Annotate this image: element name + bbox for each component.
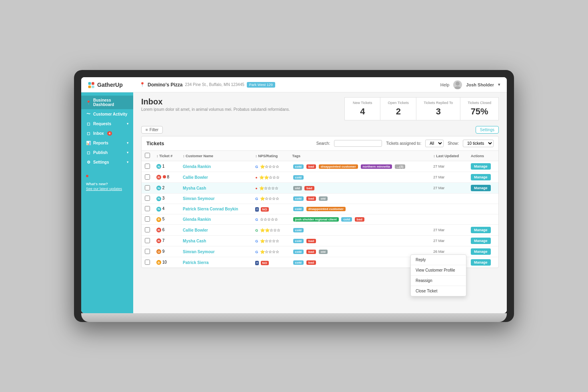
row-checkbox[interactable]	[145, 216, 150, 222]
context-menu-reply[interactable]: Reply	[411, 255, 466, 265]
last-updated: 27 Mar	[430, 183, 468, 194]
row-checkbox[interactable]	[145, 164, 150, 169]
help-link[interactable]: Help	[440, 82, 450, 87]
sidebar-item-publish[interactable]: ◻ Publish ▾	[81, 148, 133, 157]
no-badge: NO	[261, 207, 269, 212]
ticket-num-cell: R 6	[153, 225, 180, 236]
tag: cold	[341, 217, 352, 222]
tag: bad	[306, 196, 316, 201]
whats-new-label: What's new?	[86, 182, 128, 186]
source-badge: R	[156, 175, 161, 180]
stars: ⭐⭐☆☆☆	[260, 228, 280, 232]
source-yelp-red-icon: ●	[255, 186, 257, 190]
select-all-checkbox[interactable]	[145, 153, 150, 158]
row-checkbox[interactable]	[145, 260, 150, 265]
reports-icon: 📊	[86, 140, 91, 145]
location-bar: 📍 Domino's Pizza 234 Pine St., Buffalo, …	[140, 82, 440, 88]
stats-row: New Tickets 4 Open Tickets 2 Tickets Rep…	[344, 97, 499, 120]
last-updated	[430, 214, 468, 225]
dashboard-icon: 📍	[86, 100, 91, 105]
context-menu-view-profile[interactable]: View Customer Profile	[411, 265, 466, 275]
manage-button[interactable]: Manage	[471, 259, 491, 266]
row-checkbox[interactable]	[145, 227, 150, 232]
ticket-num-cell: O 9	[153, 246, 180, 257]
no-badge: NO	[261, 261, 269, 265]
show-select[interactable]: 10 tickets	[463, 140, 494, 147]
manage-button[interactable]: Manage	[471, 248, 491, 255]
user-dropdown-arrow[interactable]: ▾	[498, 82, 500, 87]
customer-name-link[interactable]: Callie Bowler	[183, 175, 208, 180]
settings-icon: ⚙	[86, 160, 91, 164]
col-header-actions: Actions	[468, 151, 498, 161]
row-checkbox[interactable]	[145, 196, 150, 201]
search-input[interactable]	[334, 140, 382, 147]
context-menu-reassign[interactable]: Reassign	[411, 275, 466, 286]
svg-rect-3	[92, 85, 94, 88]
sidebar-item-settings[interactable]: ⚙ Settings ▾	[81, 157, 133, 167]
tag: cold	[293, 260, 304, 265]
sidebar-item-business-dashboard[interactable]: 📍 Business Dashboard	[81, 96, 133, 109]
source-badge: R	[156, 238, 161, 243]
source-badge: N	[156, 207, 161, 212]
logo-text: GatherUp	[97, 82, 123, 88]
customer-name-link[interactable]: Simran Seymour	[183, 196, 214, 201]
ticket-num-cell: N 3	[153, 194, 180, 204]
sidebar-item-label: Business Dashboard	[93, 98, 128, 107]
sidebar-item-requests[interactable]: ◻ Requests ▾	[81, 119, 133, 128]
row-checkbox[interactable]	[145, 185, 150, 190]
sidebar-item-reports[interactable]: 📊 Reports ▾	[81, 138, 133, 148]
filter-icon: ≡	[146, 128, 148, 132]
avatar	[453, 80, 462, 89]
customer-name-link[interactable]: Mysha Cash	[183, 186, 206, 190]
manage-button[interactable]: Manage	[471, 227, 491, 233]
row-checkbox[interactable]	[145, 174, 150, 180]
assigned-select[interactable]: All	[425, 140, 444, 147]
logo: GatherUp	[88, 81, 140, 89]
inbox-icon: ◻	[86, 131, 91, 136]
stat-replied-tickets-label: Tickets Replied To	[424, 101, 453, 105]
source-badge: B	[156, 217, 161, 222]
row-checkbox[interactable]	[145, 249, 150, 254]
sidebar-item-label: Customer Activity	[93, 112, 127, 116]
location-name[interactable]: Domino's Pizza	[148, 82, 183, 88]
requests-icon: ◻	[86, 121, 91, 126]
tag: old	[319, 250, 328, 254]
sidebar-item-customer-activity[interactable]: 〜 Customer Activity	[81, 109, 133, 119]
tag: bad	[306, 164, 316, 169]
sidebar-item-inbox[interactable]: ◻ Inbox 4	[81, 128, 133, 138]
source-yelp-icon: ●	[255, 176, 257, 180]
manage-button[interactable]: Manage	[471, 163, 491, 170]
table-row: N 2 Mysha Cash ● ⭐☆☆☆☆ old bad	[142, 183, 498, 194]
table-row: B 5 Glenda Rankin G ☆☆☆☆☆ josh sholder r…	[142, 214, 498, 225]
settings-button[interactable]: Settings	[476, 126, 499, 134]
customer-name-link[interactable]: Glenda Rankin	[183, 164, 211, 169]
row-checkbox[interactable]	[145, 238, 150, 243]
last-updated: 27 Mar	[430, 225, 468, 236]
assigned-label: Tickets assigned to:	[386, 141, 421, 146]
tickets-header: Tickets Search: Tickets assigned to: All…	[142, 136, 498, 151]
whats-new-link[interactable]: See our latest updates	[86, 187, 122, 191]
customer-name-link[interactable]: Glenda Rankin	[183, 217, 211, 222]
svg-rect-0	[88, 82, 91, 85]
tag: bad	[306, 250, 316, 254]
customer-name-link[interactable]: Mysha Cash	[183, 239, 206, 243]
tag: cold	[293, 164, 304, 169]
manage-button[interactable]: Manage	[471, 238, 491, 244]
customer-name-link[interactable]: Simran Seymour	[183, 250, 214, 254]
manage-button[interactable]: Manage	[471, 185, 491, 191]
sidebar-item-label: Publish	[93, 150, 108, 155]
context-menu-close-ticket[interactable]: Close Ticket	[411, 286, 466, 296]
source-badge: O	[156, 249, 161, 254]
tickets-controls: Search: Tickets assigned to: All Show: 1…	[316, 140, 494, 147]
manage-button[interactable]: Manage	[471, 174, 491, 180]
stat-open-tickets: Open Tickets 2	[380, 97, 416, 120]
user-name[interactable]: Josh Sholder	[466, 82, 494, 87]
customer-name-link[interactable]: Patrick Sierra Conrad Boykin	[183, 207, 238, 211]
filter-button[interactable]: ≡ Filter	[141, 126, 163, 134]
customer-name-link[interactable]: Callie Bowler	[183, 228, 208, 232]
activity-icon: 〜	[86, 112, 91, 116]
row-checkbox[interactable]	[145, 206, 150, 211]
customer-name-link[interactable]: Patrick Sierra	[183, 260, 209, 265]
tag: cold	[293, 250, 304, 254]
ticket-num-cell: N 4	[153, 204, 180, 214]
